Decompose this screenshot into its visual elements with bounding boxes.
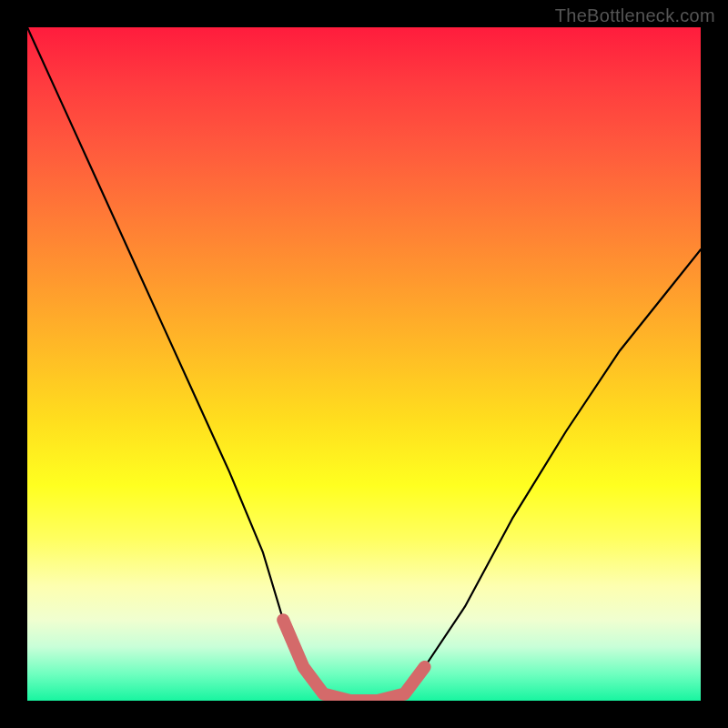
chart-curve-highlight [283, 620, 424, 701]
watermark-text: TheBottleneck.com [555, 5, 715, 26]
chart-curve-main [27, 27, 701, 701]
chart-svg [27, 27, 701, 701]
chart-plot-area [27, 27, 701, 701]
